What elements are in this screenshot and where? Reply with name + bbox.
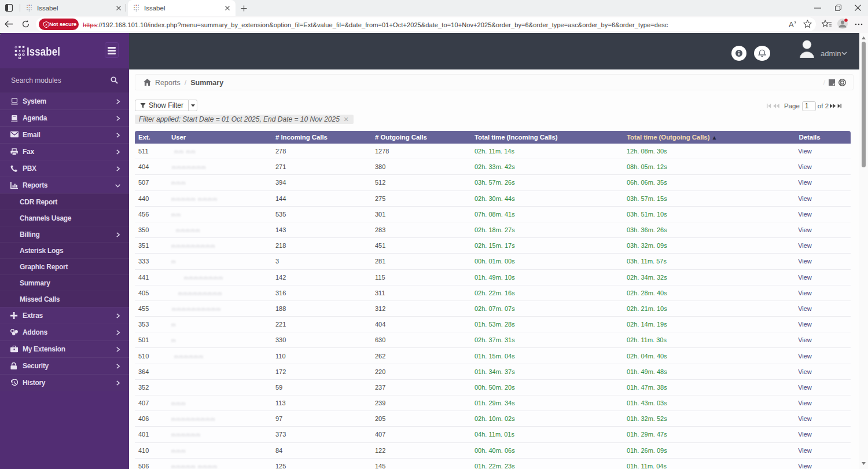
svg-text:A: A	[789, 20, 794, 28]
